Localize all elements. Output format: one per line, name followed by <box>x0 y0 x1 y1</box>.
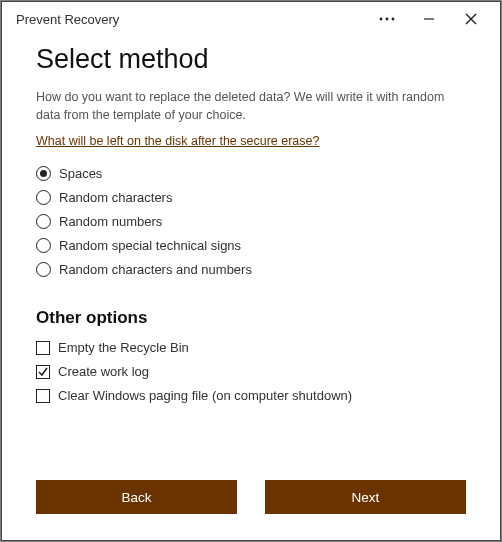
radio-icon <box>36 166 51 181</box>
method-option-random-special[interactable]: Random special technical signs <box>36 238 466 253</box>
checkbox-icon <box>36 389 50 403</box>
window-title: Prevent Recovery <box>16 12 119 27</box>
radio-icon <box>36 190 51 205</box>
method-label: Random characters <box>59 190 172 205</box>
close-button[interactable] <box>450 4 492 34</box>
other-options-group: Empty the Recycle Bin Create work log Cl… <box>36 340 466 412</box>
method-label: Random special technical signs <box>59 238 241 253</box>
option-label: Clear Windows paging file (on computer s… <box>58 388 352 403</box>
checkbox-icon <box>36 341 50 355</box>
radio-icon <box>36 214 51 229</box>
footer: Back Next <box>2 468 500 540</box>
other-options-heading: Other options <box>36 308 466 328</box>
titlebar: Prevent Recovery <box>2 2 500 36</box>
method-option-random-chars-numbers[interactable]: Random characters and numbers <box>36 262 466 277</box>
method-label: Random characters and numbers <box>59 262 252 277</box>
method-label: Spaces <box>59 166 102 181</box>
radio-icon <box>36 262 51 277</box>
more-button[interactable] <box>366 4 408 34</box>
method-option-random-numbers[interactable]: Random numbers <box>36 214 466 229</box>
app-window: Prevent Recovery Select method How do yo… <box>1 1 501 541</box>
option-label: Create work log <box>58 364 149 379</box>
minimize-button[interactable] <box>408 4 450 34</box>
checkbox-icon <box>36 365 50 379</box>
option-clear-paging-file[interactable]: Clear Windows paging file (on computer s… <box>36 388 466 403</box>
page-title: Select method <box>36 44 466 75</box>
method-radio-group: Spaces Random characters Random numbers … <box>36 166 466 286</box>
option-empty-recycle-bin[interactable]: Empty the Recycle Bin <box>36 340 466 355</box>
next-button[interactable]: Next <box>265 480 466 514</box>
method-label: Random numbers <box>59 214 162 229</box>
method-option-random-characters[interactable]: Random characters <box>36 190 466 205</box>
radio-icon <box>36 238 51 253</box>
close-icon <box>465 13 477 25</box>
svg-point-1 <box>386 18 389 21</box>
svg-point-0 <box>380 18 383 21</box>
svg-point-2 <box>392 18 395 21</box>
content-area: Select method How do you want to replace… <box>2 36 500 468</box>
intro-text: How do you want to replace the deleted d… <box>36 89 466 124</box>
method-option-spaces[interactable]: Spaces <box>36 166 466 181</box>
check-icon <box>37 366 49 378</box>
minimize-icon <box>423 13 435 25</box>
back-button[interactable]: Back <box>36 480 237 514</box>
option-label: Empty the Recycle Bin <box>58 340 189 355</box>
info-link[interactable]: What will be left on the disk after the … <box>36 134 466 148</box>
more-icon <box>379 17 395 21</box>
option-create-work-log[interactable]: Create work log <box>36 364 466 379</box>
